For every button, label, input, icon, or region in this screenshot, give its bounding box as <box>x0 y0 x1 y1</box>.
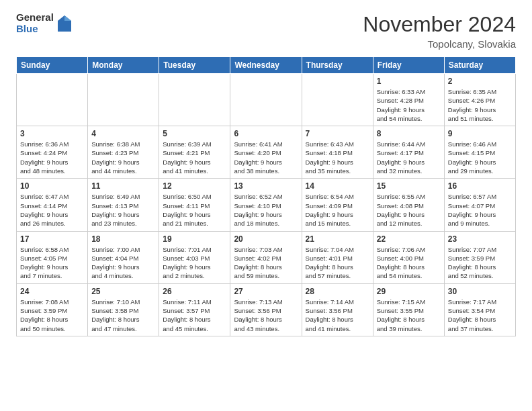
calendar-day-cell: 5Sunrise: 6:39 AM Sunset: 4:21 PM Daylig… <box>159 126 230 179</box>
day-number: 14 <box>306 181 369 191</box>
day-number: 11 <box>91 181 155 191</box>
logo-text: General Blue <box>16 12 54 34</box>
day-info: Sunrise: 7:06 AM Sunset: 4:00 PM Dayligh… <box>377 245 441 281</box>
calendar-week-row: 17Sunrise: 6:58 AM Sunset: 4:05 PM Dayli… <box>17 231 516 283</box>
day-info: Sunrise: 7:13 AM Sunset: 3:56 PM Dayligh… <box>234 298 298 333</box>
calendar-day-cell: 14Sunrise: 6:54 AM Sunset: 4:09 PM Dayli… <box>302 179 373 231</box>
day-info: Sunrise: 6:39 AM Sunset: 4:21 PM Dayligh… <box>163 140 226 175</box>
calendar-day-cell: 28Sunrise: 7:14 AM Sunset: 3:56 PM Dayli… <box>302 283 373 336</box>
calendar-day-cell: 4Sunrise: 6:38 AM Sunset: 4:23 PM Daylig… <box>88 126 159 179</box>
calendar-day-cell: 15Sunrise: 6:55 AM Sunset: 4:08 PM Dayli… <box>373 179 444 231</box>
day-info: Sunrise: 6:41 AM Sunset: 4:20 PM Dayligh… <box>234 140 298 175</box>
day-info: Sunrise: 7:11 AM Sunset: 3:57 PM Dayligh… <box>163 298 226 333</box>
day-number: 2 <box>448 77 512 86</box>
day-info: Sunrise: 6:57 AM Sunset: 4:07 PM Dayligh… <box>448 192 512 228</box>
month-title: November 2024 <box>363 12 516 37</box>
calendar-day-cell <box>230 74 302 126</box>
day-info: Sunrise: 7:15 AM Sunset: 3:55 PM Dayligh… <box>377 298 441 333</box>
col-monday: Monday <box>88 57 159 74</box>
day-info: Sunrise: 6:33 AM Sunset: 4:28 PM Dayligh… <box>377 87 441 123</box>
svg-marker-1 <box>64 15 71 21</box>
day-info: Sunrise: 7:01 AM Sunset: 4:03 PM Dayligh… <box>163 245 226 281</box>
day-number: 22 <box>377 234 441 244</box>
col-wednesday: Wednesday <box>230 57 302 74</box>
calendar-day-cell: 3Sunrise: 6:36 AM Sunset: 4:24 PM Daylig… <box>17 126 88 179</box>
day-info: Sunrise: 6:55 AM Sunset: 4:08 PM Dayligh… <box>377 192 441 228</box>
logo: General Blue <box>16 12 73 34</box>
day-info: Sunrise: 7:17 AM Sunset: 3:54 PM Dayligh… <box>448 298 512 333</box>
day-info: Sunrise: 6:46 AM Sunset: 4:15 PM Dayligh… <box>448 140 512 175</box>
calendar-day-cell: 21Sunrise: 7:04 AM Sunset: 4:01 PM Dayli… <box>302 231 373 283</box>
day-number: 25 <box>91 287 155 296</box>
calendar-day-cell: 18Sunrise: 7:00 AM Sunset: 4:04 PM Dayli… <box>88 231 159 283</box>
day-number: 5 <box>163 129 226 138</box>
logo-general: General <box>16 12 54 24</box>
logo-icon <box>56 14 73 33</box>
day-info: Sunrise: 7:03 AM Sunset: 4:02 PM Dayligh… <box>234 245 298 281</box>
calendar-week-row: 24Sunrise: 7:08 AM Sunset: 3:59 PM Dayli… <box>17 283 516 336</box>
calendar-day-cell <box>159 74 230 126</box>
day-info: Sunrise: 6:49 AM Sunset: 4:13 PM Dayligh… <box>91 192 155 228</box>
day-number: 21 <box>306 234 369 244</box>
day-info: Sunrise: 7:07 AM Sunset: 3:59 PM Dayligh… <box>448 245 512 281</box>
col-tuesday: Tuesday <box>159 57 230 74</box>
day-number: 4 <box>91 129 155 138</box>
calendar-day-cell: 16Sunrise: 6:57 AM Sunset: 4:07 PM Dayli… <box>444 179 515 231</box>
day-info: Sunrise: 6:58 AM Sunset: 4:05 PM Dayligh… <box>20 245 84 281</box>
day-info: Sunrise: 6:36 AM Sunset: 4:24 PM Dayligh… <box>20 140 84 175</box>
calendar-day-cell: 29Sunrise: 7:15 AM Sunset: 3:55 PM Dayli… <box>373 283 444 336</box>
day-number: 28 <box>306 287 369 296</box>
day-number: 30 <box>448 287 512 296</box>
day-info: Sunrise: 6:44 AM Sunset: 4:17 PM Dayligh… <box>377 140 441 175</box>
header: General Blue November 2024 Topolcany, Sl… <box>0 0 532 56</box>
day-info: Sunrise: 7:14 AM Sunset: 3:56 PM Dayligh… <box>306 298 369 333</box>
title-block: November 2024 Topolcany, Slovakia <box>363 12 516 50</box>
day-number: 27 <box>234 287 298 296</box>
calendar-day-cell: 19Sunrise: 7:01 AM Sunset: 4:03 PM Dayli… <box>159 231 230 283</box>
calendar-day-cell: 26Sunrise: 7:11 AM Sunset: 3:57 PM Dayli… <box>159 283 230 336</box>
day-info: Sunrise: 6:43 AM Sunset: 4:18 PM Dayligh… <box>306 140 369 175</box>
logo-blue: Blue <box>16 24 54 35</box>
day-info: Sunrise: 6:38 AM Sunset: 4:23 PM Dayligh… <box>91 140 155 175</box>
col-saturday: Saturday <box>444 57 515 74</box>
day-number: 9 <box>448 129 512 138</box>
day-info: Sunrise: 6:47 AM Sunset: 4:14 PM Dayligh… <box>20 192 84 228</box>
day-number: 6 <box>234 129 298 138</box>
day-number: 26 <box>163 287 226 296</box>
day-number: 1 <box>377 77 441 86</box>
calendar-day-cell: 20Sunrise: 7:03 AM Sunset: 4:02 PM Dayli… <box>230 231 302 283</box>
day-number: 16 <box>448 181 512 191</box>
day-number: 8 <box>377 129 441 138</box>
day-info: Sunrise: 6:35 AM Sunset: 4:26 PM Dayligh… <box>448 87 512 123</box>
day-info: Sunrise: 7:00 AM Sunset: 4:04 PM Dayligh… <box>91 245 155 281</box>
calendar-day-cell: 2Sunrise: 6:35 AM Sunset: 4:26 PM Daylig… <box>444 74 515 126</box>
calendar-day-cell: 17Sunrise: 6:58 AM Sunset: 4:05 PM Dayli… <box>17 231 88 283</box>
day-number: 13 <box>234 181 298 191</box>
calendar-day-cell: 10Sunrise: 6:47 AM Sunset: 4:14 PM Dayli… <box>17 179 88 231</box>
calendar-day-cell: 30Sunrise: 7:17 AM Sunset: 3:54 PM Dayli… <box>444 283 515 336</box>
day-info: Sunrise: 7:04 AM Sunset: 4:01 PM Dayligh… <box>306 245 369 281</box>
calendar-day-cell <box>88 74 159 126</box>
day-number: 23 <box>448 234 512 244</box>
day-number: 29 <box>377 287 441 296</box>
calendar-header-row: Sunday Monday Tuesday Wednesday Thursday… <box>17 57 516 74</box>
calendar-week-row: 3Sunrise: 6:36 AM Sunset: 4:24 PM Daylig… <box>17 126 516 179</box>
calendar-day-cell: 24Sunrise: 7:08 AM Sunset: 3:59 PM Dayli… <box>17 283 88 336</box>
day-number: 3 <box>20 129 84 138</box>
day-info: Sunrise: 6:50 AM Sunset: 4:11 PM Dayligh… <box>163 192 226 228</box>
calendar-day-cell: 25Sunrise: 7:10 AM Sunset: 3:58 PM Dayli… <box>88 283 159 336</box>
calendar-day-cell: 13Sunrise: 6:52 AM Sunset: 4:10 PM Dayli… <box>230 179 302 231</box>
col-thursday: Thursday <box>302 57 373 74</box>
calendar-day-cell <box>302 74 373 126</box>
day-number: 24 <box>20 287 84 296</box>
day-info: Sunrise: 7:08 AM Sunset: 3:59 PM Dayligh… <box>20 298 84 333</box>
day-info: Sunrise: 7:10 AM Sunset: 3:58 PM Dayligh… <box>91 298 155 333</box>
day-info: Sunrise: 6:54 AM Sunset: 4:09 PM Dayligh… <box>306 192 369 228</box>
calendar-table: Sunday Monday Tuesday Wednesday Thursday… <box>16 56 516 336</box>
calendar-day-cell: 1Sunrise: 6:33 AM Sunset: 4:28 PM Daylig… <box>373 74 444 126</box>
day-number: 20 <box>234 234 298 244</box>
day-info: Sunrise: 6:52 AM Sunset: 4:10 PM Dayligh… <box>234 192 298 228</box>
calendar-day-cell: 11Sunrise: 6:49 AM Sunset: 4:13 PM Dayli… <box>88 179 159 231</box>
day-number: 15 <box>377 181 441 191</box>
day-number: 7 <box>306 129 369 138</box>
